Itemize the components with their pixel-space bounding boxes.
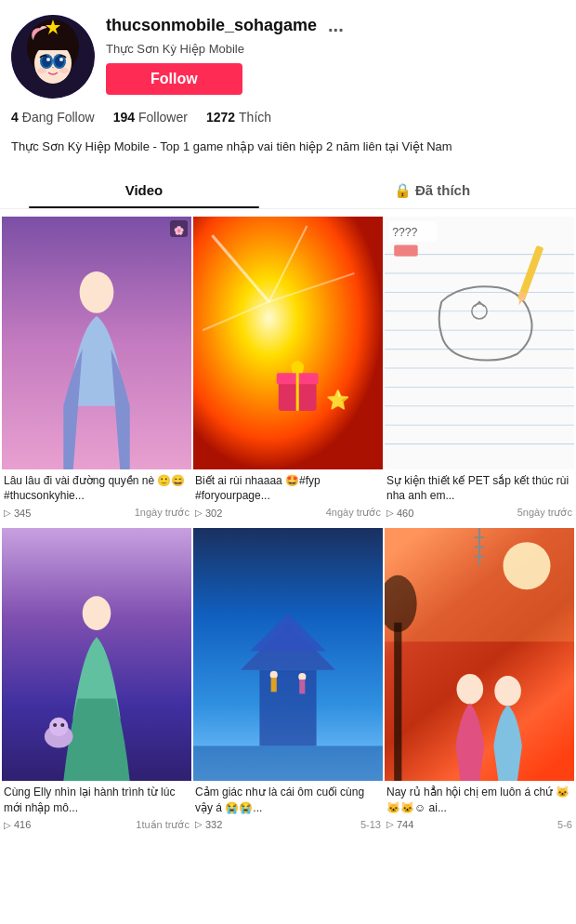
video-caption-2: Biết ai rùi nhaaaa 🤩#fyp #foryourpage... <box>195 473 381 505</box>
play-icon-3: ▷ <box>386 508 394 518</box>
svg-point-11 <box>59 58 63 61</box>
followers-label: Follower <box>138 110 188 125</box>
bio: Thực Sơn Kỳ Hiệp Mobile - Top 1 game nhậ… <box>0 132 576 171</box>
svg-point-46 <box>83 596 111 630</box>
video-views-2: ▷ 302 <box>195 508 222 519</box>
video-caption-6: Nay rủ hẳn hội chị em luôn á chứ 🐱🐱🐱☺ ai… <box>386 785 572 816</box>
video-card-3[interactable]: ???? Sự kiện thiết kế PET sắp kết thúc r… <box>385 217 574 527</box>
stats-row: 4 Đang Follow 194 Follower 1272 Thích <box>0 110 576 132</box>
tab-liked-label: Đã thích <box>415 182 470 198</box>
video-views-3: ▷ 460 <box>386 508 413 519</box>
video-meta-2: ▷ 302 4ngày trước <box>195 507 381 519</box>
video-info-3: Sự kiện thiết kế PET sắp kết thúc rùi nh… <box>385 469 574 527</box>
video-info-2: Biết ai rùi nhaaaa 🤩#fyp #foryourpage...… <box>193 469 383 527</box>
video-meta-5: ▷ 332 5-13 <box>195 819 381 830</box>
username: thucsonmobile_sohagame <box>106 16 317 35</box>
video-card-4[interactable]: Cùng Elly nhìn lại hành trình từ lúc mới… <box>2 528 191 838</box>
video-views-6: ▷ 744 <box>386 819 413 830</box>
video-date-4: 1tuần trước <box>136 819 190 831</box>
video-caption-4: Cùng Elly nhìn lại hành trình từ lúc mới… <box>4 785 190 816</box>
follow-button[interactable]: Follow <box>106 63 242 95</box>
tab-liked-content: 🔒 Đã thích <box>288 182 576 199</box>
svg-point-10 <box>46 58 50 61</box>
video-date-1: 1ngày trước <box>135 507 190 519</box>
svg-point-13 <box>59 68 69 73</box>
video-meta-3: ▷ 460 5ngày trước <box>386 507 572 519</box>
video-meta-6: ▷ 744 5-6 <box>386 819 572 830</box>
tab-liked[interactable]: 🔒 Đã thích <box>288 171 576 208</box>
likes-stat[interactable]: 1272 Thích <box>206 110 271 125</box>
followers-stat[interactable]: 194 Follower <box>113 110 188 125</box>
svg-point-58 <box>298 673 306 680</box>
svg-text:????: ???? <box>392 226 417 239</box>
view-count-4: 416 <box>14 819 31 830</box>
view-count-1: 345 <box>14 508 31 519</box>
video-views-4: ▷ 416 <box>4 819 31 830</box>
play-icon-2: ▷ <box>195 508 203 518</box>
svg-text:⭐: ⭐ <box>326 388 350 411</box>
video-info-5: Cảm giác như là cái ôm cuối cùng vậy á 😭… <box>193 781 383 838</box>
svg-point-50 <box>60 723 64 727</box>
svg-point-66 <box>494 676 521 706</box>
avatar <box>11 15 95 99</box>
following-count: 4 <box>11 110 19 125</box>
video-card-6[interactable]: Nay rủ hẳn hội chị em luôn á chứ 🐱🐱🐱☺ ai… <box>385 528 574 838</box>
username-row: thucsonmobile_sohagame ... <box>106 15 565 36</box>
video-date-2: 4ngày trước <box>326 507 381 519</box>
profile-header: thucsonmobile_sohagame ... Thực Sơn Kỳ H… <box>0 0 576 110</box>
video-info-4: Cùng Elly nhìn lại hành trình từ lúc mới… <box>2 781 191 838</box>
video-card-1[interactable]: 🌸 Lâu lâu đi vài đường quyền nè 🙂😄 #thuc… <box>2 217 191 527</box>
video-info-1: Lâu lâu đi vài đường quyền nè 🙂😄 #thucso… <box>2 469 191 527</box>
lock-icon: 🔒 <box>394 182 412 199</box>
video-card-5[interactable]: Cảm giác như là cái ôm cuối cùng vậy á 😭… <box>193 528 383 838</box>
likes-label: Thích <box>239 110 271 125</box>
svg-rect-57 <box>271 678 277 692</box>
svg-point-9 <box>55 56 64 67</box>
view-count-5: 332 <box>205 819 222 830</box>
video-card-2[interactable]: ⭐ Biết ai rùi nhaaaa 🤩#fyp #foryourpage.… <box>193 217 383 527</box>
svg-point-62 <box>504 542 551 589</box>
thumb-1-badge: 🌸 <box>174 226 184 235</box>
video-thumb-6 <box>385 528 574 781</box>
video-caption-3: Sự kiện thiết kế PET sắp kết thúc rùi nh… <box>386 473 572 505</box>
display-name: Thực Sơn Kỳ Hiệp Mobile <box>106 42 565 56</box>
tab-video-label: Video <box>125 182 164 198</box>
following-label: Đang Follow <box>22 110 95 125</box>
avatar-container <box>11 15 95 99</box>
svg-point-56 <box>270 671 278 679</box>
followers-count: 194 <box>113 110 135 125</box>
view-count-3: 460 <box>397 508 413 519</box>
tab-video[interactable]: Video <box>0 171 288 208</box>
video-thumb-2: ⭐ <box>193 217 383 469</box>
svg-rect-52 <box>259 670 316 746</box>
video-date-5: 5-13 <box>360 819 381 830</box>
video-meta-4: ▷ 416 1tuần trước <box>4 819 190 831</box>
video-thumb-4 <box>2 528 191 781</box>
video-meta-1: ▷ 345 1ngày trước <box>4 507 190 519</box>
video-grid: 🌸 Lâu lâu đi vài đường quyền nè 🙂😄 #thuc… <box>0 213 576 842</box>
view-count-6: 744 <box>397 819 413 830</box>
svg-rect-44 <box>394 244 418 256</box>
likes-count: 1272 <box>206 110 235 125</box>
svg-point-49 <box>53 723 57 727</box>
video-caption-5: Cảm giác như là cái ôm cuối cùng vậy á 😭… <box>195 785 381 816</box>
svg-point-12 <box>37 68 46 73</box>
video-date-3: 5ngày trước <box>517 507 572 519</box>
video-info-6: Nay rủ hẳn hội chị em luôn á chứ 🐱🐱🐱☺ ai… <box>385 781 574 838</box>
video-views-1: ▷ 345 <box>4 508 31 519</box>
more-options-icon[interactable]: ... <box>328 15 344 36</box>
video-thumb-1: 🌸 <box>2 217 191 469</box>
svg-rect-59 <box>299 680 305 693</box>
following-stat[interactable]: 4 Đang Follow <box>11 110 95 125</box>
profile-info: thucsonmobile_sohagame ... Thực Sơn Kỳ H… <box>106 15 565 95</box>
play-icon-5: ▷ <box>195 819 203 829</box>
svg-rect-17 <box>193 217 383 469</box>
svg-point-8 <box>42 56 51 67</box>
play-icon-6: ▷ <box>386 819 394 829</box>
tabs-row: Video 🔒 Đã thích <box>0 171 576 209</box>
video-views-5: ▷ 332 <box>195 819 222 830</box>
video-date-6: 5-6 <box>557 819 572 830</box>
view-count-2: 302 <box>205 508 222 519</box>
svg-rect-55 <box>193 746 383 782</box>
video-thumb-3: ???? <box>385 217 574 469</box>
